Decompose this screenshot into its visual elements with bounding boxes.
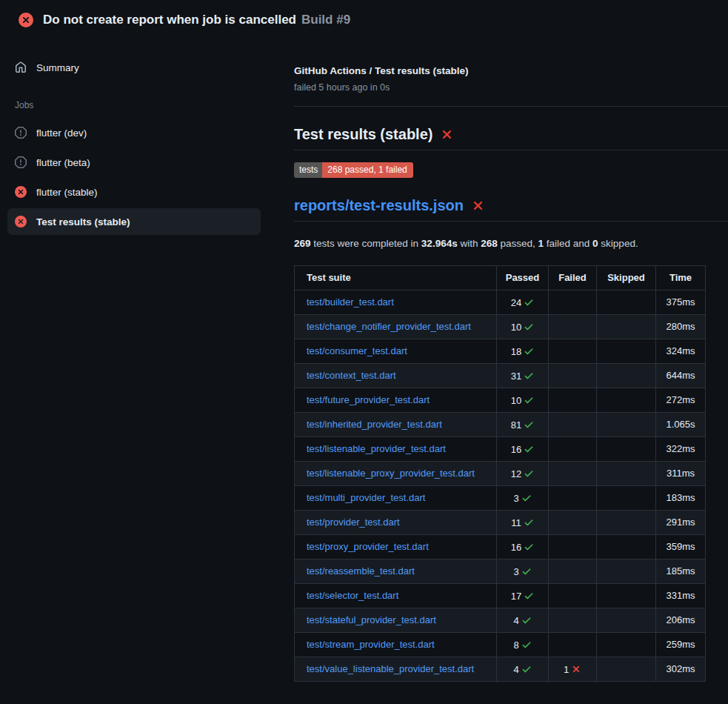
results-table-body: test/builder_test.dart24375mstest/change… xyxy=(295,290,706,681)
suite-link[interactable]: test/stateful_provider_test.dart xyxy=(307,614,436,625)
passed-count: 4 xyxy=(513,615,518,626)
time-cell: 311ms xyxy=(656,461,706,485)
table-row: test/context_test.dart31644ms xyxy=(295,363,706,388)
suite-link[interactable]: test/proxy_provider_test.dart xyxy=(307,541,429,552)
time-value: 259ms xyxy=(666,639,695,650)
time-cell: 259ms xyxy=(656,632,706,657)
results-table-head: Test suite Passed Failed Skipped Time xyxy=(295,265,706,290)
time-value: 324ms xyxy=(666,345,695,356)
badge-row: tests 268 passed, 1 failed xyxy=(294,162,728,178)
check-icon xyxy=(524,517,534,528)
check-icon xyxy=(521,493,532,503)
table-row: test/selector_test.dart17331ms xyxy=(295,583,706,608)
suite-cell: test/inherited_provider_test.dart xyxy=(295,412,497,436)
table-row: test/multi_provider_test.dart3183ms xyxy=(295,485,706,510)
skipped-count-cell xyxy=(597,314,656,339)
time-cell: 359ms xyxy=(656,534,706,559)
suite-cell: test/selector_test.dart xyxy=(295,583,497,608)
tests-badge: tests 268 passed, 1 failed xyxy=(294,162,413,178)
passed-count-cell: 10 xyxy=(497,388,549,412)
suite-cell: test/provider_test.dart xyxy=(295,510,497,534)
table-row: test/listenable_provider_test.dart16322m… xyxy=(295,436,706,461)
check-icon xyxy=(524,297,534,308)
passed-count: 8 xyxy=(513,640,518,651)
failed-count-cell xyxy=(549,388,597,412)
sidebar-item-job[interactable]: flutter (stable) xyxy=(7,179,261,205)
suite-cell: test/listenable_proxy_provider_test.dart xyxy=(295,461,497,485)
skipped-count-cell xyxy=(597,290,656,314)
badge-value: 268 passed, 1 failed xyxy=(322,162,413,178)
sidebar-item-summary[interactable]: Summary xyxy=(7,54,261,81)
check-icon xyxy=(524,542,534,552)
check-icon xyxy=(524,444,534,454)
summary-text-part: 269 xyxy=(294,238,311,249)
failed-count-cell xyxy=(549,583,597,608)
table-row: test/reassemble_test.dart3185ms xyxy=(295,559,706,583)
suite-cell: test/stateful_provider_test.dart xyxy=(295,608,497,632)
suite-link[interactable]: test/consumer_test.dart xyxy=(307,345,407,356)
sidebar-item-job[interactable]: flutter (dev) xyxy=(7,119,261,146)
skipped-count-cell xyxy=(597,363,656,388)
failed-status-icon xyxy=(19,13,33,27)
failed-count-cell xyxy=(549,339,597,363)
suite-link[interactable]: test/selector_test.dart xyxy=(307,590,398,601)
check-icon xyxy=(521,566,532,577)
summary-line: 269 tests were completed in 32.964s with… xyxy=(294,237,728,250)
col-header-skipped: Skipped xyxy=(597,265,656,290)
passed-count-cell: 3 xyxy=(497,485,549,510)
suite-link[interactable]: test/inherited_provider_test.dart xyxy=(307,419,442,430)
col-header-test-suite: Test suite xyxy=(295,265,497,290)
suite-cell: test/value_listenable_provider_test.dart xyxy=(295,657,497,681)
check-icon xyxy=(524,468,534,479)
passed-count-cell: 16 xyxy=(497,436,549,461)
suite-cell: test/proxy_provider_test.dart xyxy=(295,534,497,559)
suite-cell: test/listenable_provider_test.dart xyxy=(295,436,497,461)
job-label: flutter (beta) xyxy=(36,157,90,168)
report-file-link[interactable]: reports/test-results.json xyxy=(294,197,464,214)
jobs-list: flutter (dev)flutter (beta)flutter (stab… xyxy=(7,119,294,235)
suite-link[interactable]: test/builder_test.dart xyxy=(307,296,394,308)
time-cell: 302ms xyxy=(656,657,706,681)
page-header: Do not create report when job is cancell… xyxy=(0,0,728,39)
passed-count-cell: 16 xyxy=(497,534,549,559)
sidebar-item-job[interactable]: flutter (beta) xyxy=(7,149,261,176)
failed-count-cell xyxy=(549,510,597,534)
table-row: test/builder_test.dart24375ms xyxy=(295,290,706,314)
summary-text-part: 1 xyxy=(538,238,544,249)
suite-link[interactable]: test/change_notifier_provider_test.dart xyxy=(307,321,471,332)
time-cell: 206ms xyxy=(656,608,706,632)
results-table: Test suite Passed Failed Skipped Time te… xyxy=(294,265,706,682)
run-status-text: failed 5 hours ago in 0s xyxy=(294,82,728,93)
check-icon xyxy=(524,322,534,332)
suite-link[interactable]: test/provider_test.dart xyxy=(307,517,400,528)
suite-link[interactable]: test/reassemble_test.dart xyxy=(307,565,415,577)
passed-count: 18 xyxy=(511,346,521,357)
suite-link[interactable]: test/future_provider_test.dart xyxy=(307,394,430,405)
time-value: 331ms xyxy=(666,590,695,601)
suite-link[interactable]: test/multi_provider_test.dart xyxy=(307,492,425,503)
passed-count: 11 xyxy=(511,517,521,528)
passed-count: 17 xyxy=(511,591,521,602)
passed-count-cell: 8 xyxy=(497,632,549,657)
suite-link[interactable]: test/context_test.dart xyxy=(307,370,396,381)
suite-link[interactable]: test/listenable_provider_test.dart xyxy=(307,443,446,454)
home-icon xyxy=(15,62,27,73)
passed-count-cell: 4 xyxy=(497,608,549,632)
table-row: test/change_notifier_provider_test.dart1… xyxy=(295,314,706,339)
skipped-count-cell xyxy=(597,485,656,510)
skipped-count-cell xyxy=(597,436,656,461)
stop-icon xyxy=(15,127,27,139)
suite-link[interactable]: test/listenable_proxy_provider_test.dart xyxy=(307,468,475,479)
sidebar-item-job[interactable]: Test results (stable) xyxy=(7,208,261,235)
failed-x-icon xyxy=(471,199,485,213)
time-cell: 185ms xyxy=(656,559,706,583)
suite-link[interactable]: test/stream_provider_test.dart xyxy=(307,639,435,650)
time-value: 272ms xyxy=(666,394,695,405)
table-row: test/value_listenable_provider_test.dart… xyxy=(295,657,706,681)
table-row: test/consumer_test.dart18324ms xyxy=(295,339,706,363)
breadcrumb: GitHub Actions / Test results (stable) xyxy=(294,65,728,78)
failed-count-cell xyxy=(549,485,597,510)
suite-link[interactable]: test/value_listenable_provider_test.dart xyxy=(307,663,474,674)
skipped-count-cell xyxy=(597,388,656,412)
suite-cell: test/context_test.dart xyxy=(295,363,497,388)
